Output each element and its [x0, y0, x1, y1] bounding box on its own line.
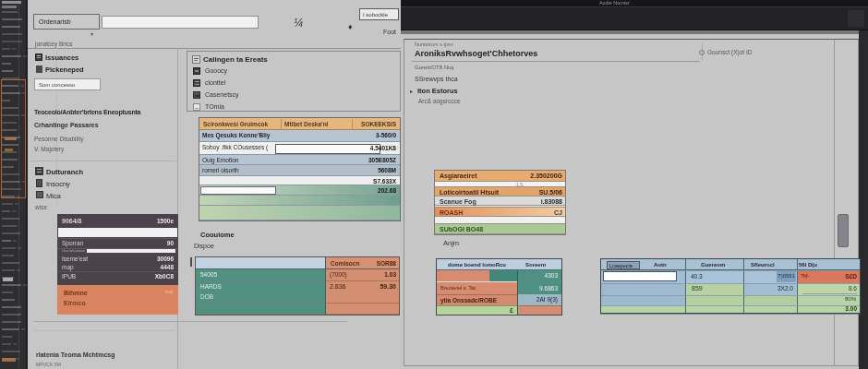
cell-value: 7)0561	[778, 273, 795, 279]
cell[interactable]: 3X2.0	[743, 283, 797, 295]
texture-row	[17, 269, 20, 271]
cell[interactable]: Breosetel s. Tat.	[437, 282, 517, 294]
panel-icon	[192, 55, 200, 64]
cell[interactable]: 4303	[517, 270, 561, 282]
summary-row[interactable]: Asgiaraeiret2.350200G	[435, 171, 565, 182]
sidebar-item-issuances[interactable]: Issuances	[35, 54, 174, 62]
main-table-row[interactable]	[199, 206, 400, 220]
cell[interactable]: 40.3	[685, 270, 743, 283]
right-line3: Arc& aogsrccce	[418, 98, 461, 104]
split-row-left[interactable]: 54005	[196, 269, 326, 281]
stats-progress-bar	[87, 249, 175, 253]
sidebar-item-mica[interactable]: Mica	[35, 191, 174, 199]
cell[interactable]: 2AI 9(3)	[517, 294, 561, 305]
texture-row	[2, 232, 20, 234]
sort-dropdown-caret-icon[interactable]: ▾	[90, 30, 93, 37]
column-header: Soreem	[525, 262, 546, 268]
category-item-gooocy[interactable]: Gooocy	[193, 67, 396, 77]
cell[interactable]: 859	[685, 283, 743, 295]
texture-row	[2, 269, 15, 271]
cell[interactable]: £	[437, 305, 517, 315]
main-table-input[interactable]	[200, 186, 276, 195]
stats-row-label: map	[62, 264, 74, 270]
cell[interactable]: 8.6	[797, 283, 860, 295]
split-row-left[interactable]	[196, 304, 326, 315]
summary-row[interactable]: Scanue Fogi.83088	[435, 196, 565, 206]
summary-row[interactable]: SUbOGI BO48	[435, 224, 565, 234]
cell[interactable]	[601, 295, 685, 305]
texture-row	[2, 336, 12, 338]
cell-value: 1.03	[384, 271, 396, 278]
cell-label: 54005	[200, 271, 217, 278]
texture-row	[2, 306, 21, 308]
summary-row[interactable]: ROASHCJ	[435, 208, 565, 217]
split-row-right[interactable]	[326, 304, 399, 315]
stats-row-value: 1500e	[157, 218, 174, 224]
split-row-left[interactable]: HARDSDOB	[196, 281, 326, 304]
split-row-right[interactable]: (7000)1.03	[326, 269, 399, 281]
stats-input-row[interactable]	[58, 228, 177, 237]
sort-dropdown[interactable]: Ordenarlsb	[33, 14, 100, 30]
scrollbar-track[interactable]	[834, 40, 858, 365]
cell-label: ROASH	[440, 209, 463, 216]
main-table-row[interactable]	[199, 196, 400, 206]
sidebar-orange-card[interactable]: Bihmne Eirmco ind	[57, 285, 178, 315]
center-split-table: ComisocnSOR8854005(7000)1.03HARDSDOB2.83…	[195, 256, 400, 315]
column-header: Comisocn	[331, 260, 359, 267]
drive-icon	[193, 91, 200, 99]
main-table-row[interactable]: Ouig Emotion305E805Z	[199, 155, 400, 165]
cell[interactable]: ytia Onssadc/ROBE	[437, 294, 517, 305]
cell-value: 59.30	[380, 283, 396, 290]
texture-row	[2, 328, 19, 330]
cell[interactable]: 80%	[797, 295, 860, 305]
category-item-casenetscy[interactable]: Casenetscy	[193, 91, 396, 101]
cell[interactable]: 7)0561	[743, 270, 797, 283]
sidebar-item-label: Dutturanch	[46, 168, 83, 176]
cell[interactable]	[601, 283, 685, 295]
category-item-clonttel[interactable]: clonttel	[193, 79, 396, 89]
cell-label: ytia Onssadc/ROBE	[440, 297, 497, 304]
category-list-title: Calingen ta Ereats	[203, 55, 268, 64]
sidebar-item-insocny[interactable]: Insocny	[35, 179, 174, 187]
stats-row-value: 90	[167, 240, 174, 246]
top-right-button[interactable]: I sobockle	[359, 8, 399, 20]
cell[interactable]: 7M-S£D	[797, 270, 860, 283]
anjm-label: Anjm	[443, 239, 459, 247]
category-item-tomia[interactable]: TOmia	[193, 103, 396, 113]
scrollbar-thumb[interactable]	[838, 214, 849, 247]
cell[interactable]	[685, 295, 743, 305]
cell[interactable]	[601, 270, 685, 283]
cell[interactable]: 9.6863	[517, 282, 561, 294]
list-icon	[36, 179, 42, 187]
sidebar-action-button[interactable]: Som concesso	[34, 78, 101, 90]
cell-value: 8.6	[849, 285, 857, 292]
cell-label: Loticoirtoatil Htsuit	[440, 189, 499, 196]
expand-arrow-icon[interactable]: ▸	[410, 88, 413, 94]
search-input[interactable]	[102, 16, 259, 29]
cell-label: Soboy .fikk COusesses (	[202, 144, 268, 150]
texture-row	[2, 351, 20, 352]
fraction-icon[interactable]: ¼	[294, 17, 303, 30]
app-screenshot: Ordenarlsb ▾ ¼ I sobockle ♦ Foot jonatce…	[0, 0, 868, 369]
sidebar-paragraph-line: Teoceolo/Anbter'brtens Eneoptusnta	[34, 109, 140, 115]
sidebar-item-dutturanch[interactable]: Dutturanch	[35, 167, 174, 175]
main-table-row[interactable]: Mes Qesuks Konne'Bliy3-560/0	[199, 130, 400, 142]
summary-row[interactable]	[435, 217, 565, 224]
cell[interactable]	[517, 305, 561, 315]
header-tab[interactable]: Lcaspecia	[607, 261, 640, 269]
toolbar-control-block[interactable]	[848, 10, 864, 27]
cell-value: i.83088	[541, 198, 562, 205]
table-input[interactable]	[603, 271, 677, 281]
summary-row[interactable]: Loticoirtoatil HtsuitSU.5/06	[435, 187, 565, 196]
main-table-row[interactable]: S7.633X	[199, 176, 400, 185]
right-link[interactable]: Gounsct (X)ot ID	[707, 49, 752, 55]
split-row-right[interactable]: 2.83659.30	[326, 281, 399, 304]
cell[interactable]	[743, 295, 797, 305]
right-window-toolbar	[401, 6, 868, 30]
texture-row	[2, 218, 19, 220]
texture-row	[2, 26, 20, 28]
cell[interactable]: 3.00	[601, 305, 860, 313]
main-table-row[interactable]: romerl oisorth5608M	[199, 165, 400, 176]
sidebar-item-pickeneped[interactable]: Pickeneped	[35, 65, 174, 74]
main-table-input[interactable]	[275, 144, 380, 154]
